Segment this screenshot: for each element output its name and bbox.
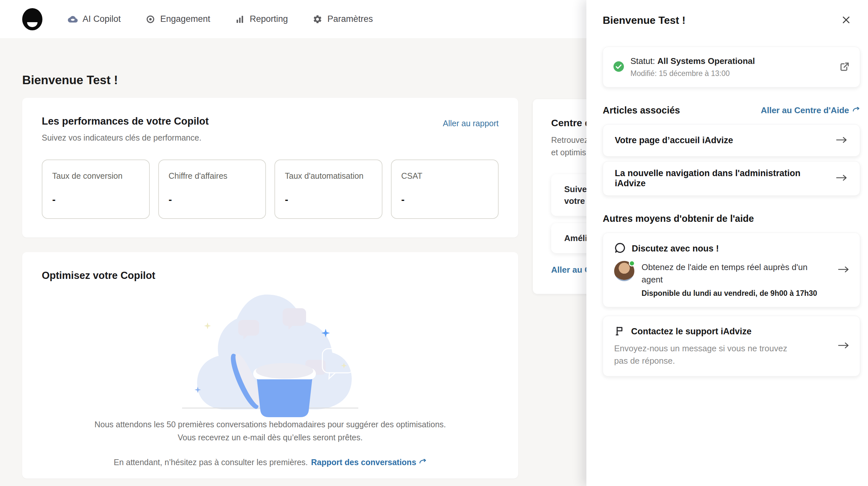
report-link[interactable]: Aller au rapport (443, 119, 499, 128)
target-icon (146, 14, 155, 24)
brand-logo[interactable] (22, 8, 42, 30)
nav-item-reporting[interactable]: Reporting (235, 14, 288, 24)
chat-bubble-icon (614, 242, 626, 255)
performance-card-subtitle: Suivez vos indicateurs clés de performan… (42, 133, 499, 142)
chat-card-title: Discutez avec nous ! (632, 244, 719, 254)
chat-card-texts: Obtenez de l'aide en temps réel auprès d… (642, 261, 817, 298)
contact-support-card[interactable]: Contactez le support iAdvize Envoyez-nou… (603, 316, 860, 377)
panel-title: Bienvenue Test ! (603, 14, 860, 26)
support-card-header: Contactez le support iAdvize (614, 325, 849, 337)
logo-smile (27, 22, 37, 27)
nav-label: AI Copilot (83, 14, 121, 24)
optimize-line3-prefix: En attendant, n’hésitez pas à consulter … (114, 458, 308, 467)
check-circle-icon (613, 61, 625, 74)
cloud-icon (68, 14, 78, 24)
kpi-label: Chiffre d'affaires (169, 171, 256, 181)
right-arrow-icon (835, 136, 848, 145)
article-card-new-navigation[interactable]: La nouvelle navigation dans l'administra… (603, 161, 860, 196)
kpi-value: - (169, 194, 256, 205)
online-status-dot (629, 260, 635, 266)
kpi-value: - (285, 194, 372, 205)
optimize-text-line3: En attendant, n’hésitez pas à consulter … (42, 457, 499, 467)
go-to-help-center-label: Aller au Centre d'Aide (761, 105, 849, 116)
article-title: La nouvelle navigation dans l'administra… (615, 168, 835, 189)
nav-items: AI Copilot Engagement Reporting Paramètr… (68, 14, 373, 24)
kpi-chiffre-affaires: Chiffre d'affaires - (158, 160, 266, 219)
go-to-help-center-link[interactable]: Aller au Centre d'Aide (761, 105, 860, 116)
redo-arrow-icon (418, 457, 427, 467)
support-card-desc: Envoyez-nous un message si vous ne trouv… (614, 342, 797, 367)
nav-item-parametres[interactable]: Paramètres (313, 14, 373, 24)
nav-label: Reporting (250, 14, 288, 24)
nav-label: Engagement (160, 14, 210, 24)
welcome-help-panel: Bienvenue Test ! Statut: All Systems Ope… (586, 0, 868, 486)
nav-item-engagement[interactable]: Engagement (146, 14, 210, 24)
kpi-label: Taux d'automatisation (285, 171, 372, 181)
help-center-subtitle-line1: Retrouvez (551, 135, 588, 144)
optimize-text-line1: Nous attendons les 50 premières conversa… (42, 418, 499, 431)
kpi-value: - (401, 194, 489, 205)
kpi-value: - (52, 194, 140, 205)
empty-state-illustration (159, 290, 381, 418)
article-title: Votre page d’accueil iAdvize (615, 135, 835, 145)
chat-card-header: Discutez avec nous ! (614, 242, 849, 255)
other-help-section-header: Autres moyens d'obtenir de l'aide (603, 213, 860, 224)
kpi-taux-automatisation: Taux d'automatisation - (274, 160, 382, 219)
kpi-csat: CSAT - (391, 160, 499, 219)
optimize-card-title: Optimisez votre Copilot (42, 270, 499, 282)
nav-label: Paramètres (327, 14, 373, 24)
articles-section-header: Articles associés Aller au Centre d'Aide (603, 105, 860, 116)
optimize-card: Optimisez votre Copilot (22, 252, 518, 479)
status-value: All Systems Operational (657, 56, 755, 66)
flag-icon (614, 325, 625, 337)
chat-card-desc: Obtenez de l'aide en temps réel auprès d… (642, 261, 811, 286)
kpi-row: Taux de conversion - Chiffre d'affaires … (42, 160, 499, 219)
other-help-heading: Autres moyens d'obtenir de l'aide (603, 213, 754, 224)
kpi-taux-conversion: Taux de conversion - (42, 160, 150, 219)
bar-chart-icon (235, 14, 245, 24)
optimize-text-line2: Vous recevrez un e-mail dès qu’elles ser… (42, 431, 499, 444)
articles-heading: Articles associés (603, 105, 680, 116)
status-line: Statut: All Systems Operational (630, 56, 755, 66)
status-modified: Modifié: 15 décembre à 13:00 (630, 69, 755, 78)
agent-avatar (614, 261, 634, 281)
conversations-report-link[interactable]: Rapport des conversations (311, 457, 427, 467)
conversations-report-link-label: Rapport des conversations (311, 458, 416, 467)
right-arrow-icon (837, 341, 850, 351)
external-link-icon[interactable] (839, 61, 851, 74)
support-card-title: Contactez le support iAdvize (631, 326, 751, 336)
status-text: Statut: All Systems Operational Modifié:… (630, 56, 755, 78)
close-icon[interactable] (840, 14, 852, 26)
chat-card-availability: Disponible du lundi au vendredi, de 9h00… (642, 289, 817, 298)
kpi-label: CSAT (401, 171, 489, 181)
chat-with-us-card[interactable]: Discutez avec nous ! Obtenez de l'aide e… (603, 233, 860, 307)
performance-card-title: Les performances de votre Copilot (42, 116, 499, 127)
panel-header: Bienvenue Test ! (603, 0, 860, 26)
nav-item-ai-copilot[interactable]: AI Copilot (68, 14, 121, 24)
right-arrow-icon (835, 173, 848, 183)
gear-icon (313, 14, 322, 24)
performance-card: Les performances de votre Copilot Suivez… (22, 98, 518, 237)
kpi-label: Taux de conversion (52, 171, 140, 181)
chat-card-body: Obtenez de l'aide en temps réel auprès d… (614, 261, 849, 298)
redo-arrow-icon (852, 105, 860, 116)
right-arrow-icon (837, 265, 850, 275)
status-prefix: Statut: (630, 56, 657, 66)
help-center-subtitle-line2: et optimis (551, 148, 586, 157)
page-title: Bienvenue Test ! (22, 73, 118, 87)
status-card[interactable]: Statut: All Systems Operational Modifié:… (603, 46, 860, 88)
article-card-home-page[interactable]: Votre page d’accueil iAdvize (603, 124, 860, 157)
